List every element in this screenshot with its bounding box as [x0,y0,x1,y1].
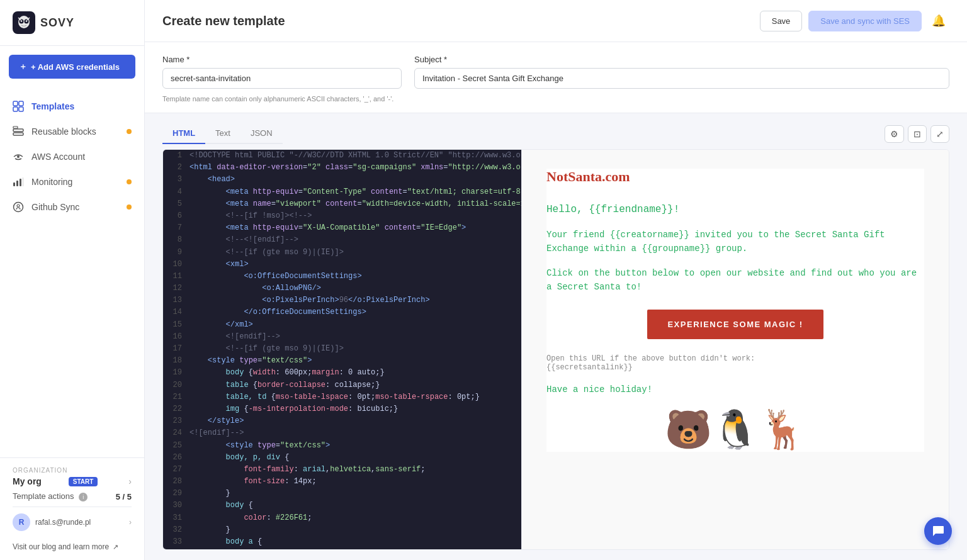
monitoring-badge [127,179,132,184]
email-illustration: 🐻🐧🦌 [546,407,924,452]
sidebar-item-github-sync[interactable]: Github Sync [0,194,144,220]
page-title: Create new template [162,14,285,28]
save-sync-button[interactable]: Save and sync with SES [808,11,922,31]
user-chevron-icon: › [129,518,132,527]
sovy-logo-icon [13,11,35,34]
svg-point-13 [17,155,20,158]
blog-link[interactable]: Visit our blog and learn more ↗ [13,537,132,551]
tab-text[interactable]: Text [205,123,240,144]
sidebar-item-reusable-blocks[interactable]: Reusable blocks [0,119,144,144]
chart-icon [13,176,24,188]
code-line-12: 12 <o:AllowPNG/> [163,283,521,294]
fullscreen-toggle[interactable]: ⊡ [908,125,927,143]
code-line-19: 19 body {width: 600px;margin: 0 auto;} [163,367,521,379]
code-line-21: 21 table, td {mso-table-lspace: 0pt;mso-… [163,391,521,403]
code-line-29: 29 } [163,488,521,500]
email-cta-button[interactable]: EXPERIENCE SOME MAGIC ! [647,310,823,339]
svg-point-4 [21,20,22,21]
aws-icon [13,151,24,162]
sidebar-item-github-sync-label: Github Sync [31,202,79,212]
code-line-16: 16 <![endif]--> [163,331,521,343]
notification-button[interactable]: 🔔 [928,10,949,31]
svg-rect-8 [13,107,18,111]
code-content: 1 <!DOCTYPE html PUBLIC "-//W3C//DTD XHT… [163,150,521,549]
code-line-7: 7 <meta http-equiv="X-UA-Compatible" con… [163,222,521,234]
template-count: 5 / 5 [116,492,132,501]
editor-split: 1 <!DOCTYPE html PUBLIC "-//W3C//DTD XHT… [162,149,949,550]
sidebar-item-aws-account[interactable]: AWS Account [0,144,144,169]
code-line-13: 13 <o:PixelsPerInch>96</o:PixelsPerInch> [163,294,521,306]
chat-button[interactable] [924,517,952,545]
reusable-blocks-badge [127,129,132,134]
email-body1: Your friend {{creatorname}} invited you … [546,228,924,256]
name-label: Name * [162,55,402,64]
code-line-30: 30 body { [163,500,521,512]
code-line-2: 2 <html data-editor-version="2" class="s… [163,162,521,174]
sidebar-item-reusable-blocks-label: Reusable blocks [31,126,96,137]
expand-button[interactable]: ⤢ [930,125,949,143]
code-line-22: 22 img {-ms-interpolation-mode: bicubic;… [163,403,521,415]
code-line-20: 20 table {border-collapse: collapse;} [163,379,521,391]
add-aws-credentials-button[interactable]: ＋ + Add AWS credentials [9,55,135,79]
header-actions: Save Save and sync with SES 🔔 [760,10,949,31]
code-line-34: 34 color: #1188E6; [163,548,521,549]
email-greeting: Hello, {{friendname}}! [546,204,924,215]
svg-rect-17 [23,177,23,186]
org-label: ORGANIZATION [13,467,132,474]
svg-rect-12 [13,126,18,128]
svg-point-5 [26,20,27,21]
sidebar-item-templates-label: Templates [31,101,74,111]
preview-pane: NotSanta.com Hello, {{friendname}}! Your… [522,150,949,549]
name-input[interactable] [162,68,402,89]
sidebar-item-monitoring-label: Monitoring [31,177,72,187]
svg-rect-14 [13,182,15,186]
code-line-31: 31 color: #226F61; [163,512,521,524]
code-line-3: 3 <head> [163,174,521,186]
tab-html[interactable]: HTML [162,123,205,144]
code-pane[interactable]: 1 <!DOCTYPE html PUBLIC "-//W3C//DTD XHT… [163,150,522,549]
chat-icon [931,524,945,538]
code-line-11: 11 <o:OfficeDocumentSettings> [163,271,521,283]
github-sync-badge [127,204,132,210]
code-line-33: 33 body a { [163,536,521,548]
format-button[interactable]: ⚙ [885,125,904,143]
name-hint: Template name can contain only alphanume… [162,95,949,103]
code-line-8: 8 <!--<![endif]--> [163,234,521,246]
user-row[interactable]: R rafal.s@runde.pl › [13,507,132,537]
code-line-17: 17 <!--[if (gte mso 9)|(IE)]> [163,343,521,355]
save-button[interactable]: Save [760,11,803,31]
code-line-28: 28 font-size: 14px; [163,476,521,488]
org-start-badge: START [69,477,98,486]
grid-icon [13,101,24,112]
code-line-9: 9 <!--[if (gte mso 9)|(IE)]> [163,247,521,259]
org-name: My org [13,476,42,486]
org-chevron-icon: › [128,476,132,486]
tab-json[interactable]: JSON [240,123,283,144]
code-line-23: 23 </style> [163,415,521,427]
name-field: Name * [162,55,402,89]
svg-point-19 [17,204,20,207]
code-line-5: 5 <meta name="viewport" content="width=d… [163,198,521,210]
external-link-icon: ↗ [113,543,118,551]
code-line-25: 25 <style type="text/css"> [163,440,521,452]
svg-rect-9 [19,107,23,111]
svg-rect-11 [13,133,23,135]
sidebar-nav: Templates Reusable blocks AWS A [0,87,144,457]
sidebar-item-monitoring[interactable]: Monitoring [0,169,144,194]
bell-icon: 🔔 [932,14,946,27]
svg-rect-10 [13,129,23,132]
code-line-4: 4 <meta http-equiv="Content-Type" conten… [163,186,521,198]
subject-input[interactable] [414,68,949,89]
code-line-10: 10 <xml> [163,259,521,271]
email-url-val: {{secretsantalink}} [546,363,924,372]
info-icon[interactable]: i [79,493,88,501]
code-line-26: 26 body, p, div { [163,452,521,464]
split-icon: ⊡ [913,129,921,139]
sidebar-item-templates[interactable]: Templates [0,94,144,119]
subject-label: Subject * [414,55,949,64]
svg-rect-15 [16,181,18,186]
sidebar: SOVY ＋ + Add AWS credentials Templates [0,0,145,560]
email-url-label: Open this URL if the above button didn't… [546,354,924,363]
editor-tabs-bar: HTML Text JSON ⚙ ⊡ [162,123,949,144]
code-line-27: 27 font-family: arial,helvetica,sans-ser… [163,464,521,476]
